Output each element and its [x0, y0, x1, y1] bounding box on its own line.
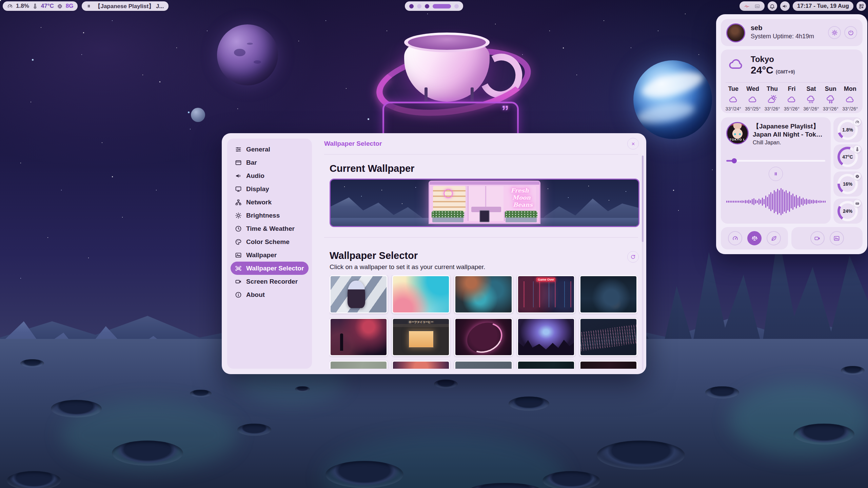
wallpaper-thumbnail-pastel[interactable]: [392, 275, 450, 313]
workspace-indicator[interactable]: [405, 1, 463, 11]
crater: [542, 471, 600, 488]
sign-leg: [471, 87, 474, 102]
wallpaper-thumbnail-blur-abstract[interactable]: [454, 275, 512, 313]
wallpaper-thumbnail-wire-wave[interactable]: [579, 318, 637, 356]
gear-icon: [831, 29, 838, 36]
sidebar-item-label: Brightness: [246, 212, 280, 219]
memory-gauge-card: 16%: [833, 171, 863, 197]
weather-card: Tokyo 24°C (GMT+9) Tue33°/24° Wed35°/25°…: [721, 49, 863, 113]
cafe-roof: [430, 182, 539, 185]
utilities-card: [791, 227, 863, 249]
system-stats-pill[interactable]: 1.8% 47°C 8G: [3, 1, 78, 11]
display-icon: [235, 186, 242, 192]
sidebar-item-w allpaper[interactable]: Wallpaper: [231, 248, 309, 262]
wallpaper-thumbnail-nebula-forest[interactable]: [517, 318, 575, 356]
memory-usage: 8G: [66, 3, 74, 9]
powersave-profile-button[interactable]: [767, 231, 781, 245]
current-wallpaper-heading: Current Wallpaper: [330, 163, 414, 174]
wallpaper-thumbnail-crimson-forest[interactable]: [330, 318, 388, 356]
brightness-icon: [235, 212, 242, 219]
crater: [597, 441, 685, 470]
cpu-gauge-card: 1.8%: [833, 117, 863, 142]
workspace-dot-active[interactable]: [433, 4, 451, 8]
window-scrollbar[interactable]: [642, 156, 644, 370]
wallpaper-thumbnail-arcade[interactable]: Game Over: [517, 275, 575, 313]
media-progress-slider[interactable]: [726, 158, 825, 163]
settings-button[interactable]: [828, 26, 841, 39]
activity-tray-icon[interactable]: [744, 3, 750, 9]
play-pause-button[interactable]: [769, 167, 783, 181]
dashboard-button[interactable]: [856, 1, 866, 11]
sidebar-item-brightness[interactable]: Brightness: [231, 209, 309, 222]
temperature-gauge-card: 47°C: [833, 144, 863, 169]
cafe-planter: [432, 211, 464, 222]
sidebar-item-network[interactable]: Network: [231, 196, 309, 209]
sidebar-item-label: About: [246, 291, 265, 299]
screenshot-tray-icon[interactable]: [754, 3, 760, 9]
window-title: Wallpaper Selector: [324, 140, 382, 147]
current-wallpaper-preview[interactable]: Fresh Moon Beans: [330, 179, 639, 227]
crater: [509, 396, 549, 411]
wallpaper-tool-button[interactable]: [830, 231, 844, 245]
thermometer-icon: [32, 3, 38, 9]
sidebar-item-wallpaper-selector[interactable]: Wallpaper Selector: [231, 262, 309, 275]
selector-heading: Wallpaper Selector: [330, 250, 418, 261]
sidebar-item-time-weather[interactable]: Time & Weather: [231, 222, 309, 235]
workspace-dot-occupied[interactable]: [409, 4, 414, 8]
divider: [726, 82, 858, 83]
slider-thumb[interactable]: [732, 158, 737, 163]
system-tray[interactable]: [739, 1, 765, 11]
refresh-button[interactable]: [627, 251, 639, 263]
screen-record-button[interactable]: [810, 231, 825, 245]
sidebar-item-audio[interactable]: Audio: [231, 169, 309, 182]
notifications-button[interactable]: [768, 1, 777, 11]
clock-text: 17:17 - Tue, 19 Aug: [797, 3, 849, 9]
wallpaper-thumbnail-dark-ruins[interactable]: [579, 275, 637, 313]
clock-pill[interactable]: 17:17 - Tue, 19 Aug: [793, 1, 853, 11]
pause-icon: [773, 171, 779, 177]
sidebar-item-about[interactable]: About: [231, 288, 309, 301]
power-profile-card: [721, 227, 788, 249]
media-pill[interactable]: 【Japanese Playlist】 J...: [82, 1, 168, 11]
sidebar-item-label: Network: [246, 199, 272, 206]
wallpaper-thumbnail-dark-maroon[interactable]: [579, 361, 637, 369]
performance-profile-button[interactable]: [728, 231, 742, 245]
close-button[interactable]: [627, 138, 639, 149]
sidebar-item-display[interactable]: Display: [231, 182, 309, 196]
storm-icon: [826, 95, 835, 104]
wallpaper-thumbnail-grey-blue[interactable]: [454, 361, 512, 369]
volume-button[interactable]: [780, 1, 790, 11]
volume-icon: [782, 3, 788, 9]
balanced-profile-button[interactable]: [747, 231, 762, 245]
tune-icon: [235, 146, 242, 153]
wallpaper-thumbnail-dark-teal[interactable]: [517, 361, 575, 369]
leaf-icon: [771, 235, 777, 242]
wallpaper-thumbnail-coral-trees[interactable]: [392, 361, 450, 369]
sidebar-item-screen-recorder[interactable]: Screen Recorder: [231, 275, 309, 288]
wallpaper-thumbnail-sage[interactable]: [330, 361, 388, 369]
palette-icon: [235, 239, 242, 245]
forecast-day: Wed35°/25°: [743, 85, 762, 110]
wallpaper-thumbnail-anime-girl[interactable]: [330, 275, 388, 313]
wallpaper-thumbnail-coffee-shop[interactable]: ローファイコーヒー: [392, 318, 450, 356]
rain-icon: [806, 95, 816, 104]
power-button[interactable]: [844, 26, 857, 39]
wallpaper-thumbnail-light-ring[interactable]: [454, 318, 512, 356]
media-subtitle: Chill Japan.: [753, 140, 781, 146]
sidebar-item-general[interactable]: General: [231, 143, 309, 156]
clock-icon: [235, 225, 242, 232]
weather-timezone: (GMT+9): [776, 69, 795, 75]
settings-window: General Bar Audio Display Network Bright…: [222, 133, 646, 374]
temperature: 47°C: [41, 3, 54, 9]
crater: [7, 471, 61, 488]
workspace-dot-occupied[interactable]: [425, 4, 429, 8]
wallpaper-selector-icon: [235, 265, 242, 272]
workspace-dot-empty[interactable]: [417, 4, 421, 8]
workspace-dot-empty[interactable]: [454, 4, 459, 8]
sidebar-item-color-scheme[interactable]: Color Scheme: [231, 235, 309, 248]
crater: [237, 424, 271, 436]
sidebar-item-bar[interactable]: Bar: [231, 156, 309, 169]
coffee-sign-text: ローファイコーヒー: [409, 320, 433, 324]
sidebar-item-label: Audio: [246, 172, 264, 180]
speedometer-icon: [732, 235, 738, 242]
